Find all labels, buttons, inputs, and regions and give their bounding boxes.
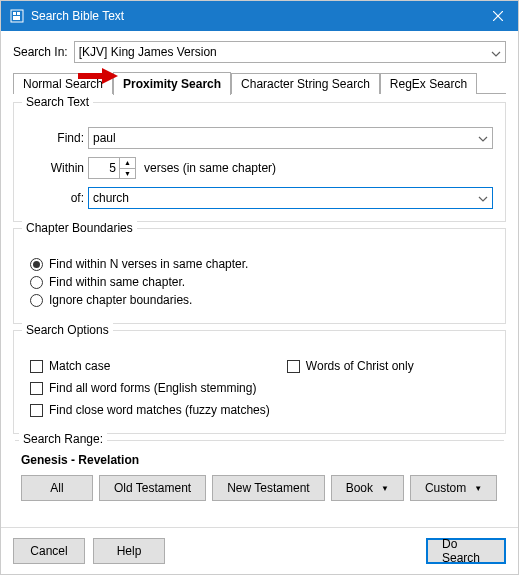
within-label: Within xyxy=(38,161,84,175)
of-value: church xyxy=(93,191,129,205)
radio-ignore-boundaries[interactable]: Ignore chapter boundaries. xyxy=(26,293,493,307)
find-value: paul xyxy=(93,131,116,145)
tabs: Normal Search Proximity Search Character… xyxy=(13,71,506,94)
help-button[interactable]: Help xyxy=(93,538,165,564)
search-text-legend: Search Text xyxy=(22,95,93,109)
boundaries-legend: Chapter Boundaries xyxy=(22,221,137,235)
find-input[interactable]: paul xyxy=(88,127,493,149)
bottom-bar: Cancel Help Do Search xyxy=(1,527,518,574)
radio-icon xyxy=(30,258,43,271)
spinner-buttons[interactable]: ▲▼ xyxy=(119,158,135,178)
search-in-value: [KJV] King James Version xyxy=(79,45,217,59)
radio-label: Find within same chapter. xyxy=(49,275,185,289)
checkbox-icon xyxy=(287,360,300,373)
pointer-arrow-icon xyxy=(78,68,118,87)
check-label: Words of Christ only xyxy=(306,359,414,373)
of-row: of: church xyxy=(26,187,493,209)
dialog-window: Search Bible Text Search In: [KJV] King … xyxy=(0,0,519,575)
range-book-button[interactable]: Book▼ xyxy=(331,475,404,501)
radio-within-n[interactable]: Find within N verses in same chapter. xyxy=(26,257,493,271)
search-in-row: Search In: [KJV] King James Version xyxy=(13,41,506,63)
range-nt-button[interactable]: New Testament xyxy=(212,475,324,501)
check-label: Find all word forms (English stemming) xyxy=(49,381,256,395)
svg-rect-2 xyxy=(17,12,20,15)
checkbox-icon xyxy=(30,382,43,395)
content-area: Search In: [KJV] King James Version Norm… xyxy=(1,31,518,511)
app-icon xyxy=(9,8,25,24)
range-legend: Search Range: xyxy=(19,432,107,446)
title-bar: Search Bible Text xyxy=(1,1,518,31)
options-legend: Search Options xyxy=(22,323,113,337)
checkbox-icon xyxy=(30,360,43,373)
svg-marker-6 xyxy=(78,68,118,84)
caret-down-icon: ▼ xyxy=(474,484,482,493)
within-row: Within 5 ▲▼ verses (in same chapter) xyxy=(26,157,493,179)
within-spinner[interactable]: 5 ▲▼ xyxy=(88,157,136,179)
search-in-select[interactable]: [KJV] King James Version xyxy=(74,41,506,63)
radio-icon xyxy=(30,276,43,289)
do-search-button[interactable]: Do Search xyxy=(426,538,506,564)
within-value: 5 xyxy=(89,161,119,175)
find-label: Find: xyxy=(38,131,84,145)
radio-same-chapter[interactable]: Find within same chapter. xyxy=(26,275,493,289)
chapter-boundaries-group: Chapter Boundaries Find within N verses … xyxy=(13,228,506,324)
range-current: Genesis - Revelation xyxy=(21,453,504,467)
svg-rect-1 xyxy=(13,12,16,15)
chevron-down-icon xyxy=(491,46,501,60)
of-label: of: xyxy=(38,191,84,205)
search-options-group: Search Options Match case Words of Chris… xyxy=(13,330,506,434)
chevron-down-icon xyxy=(478,191,488,205)
of-input[interactable]: church xyxy=(88,187,493,209)
cancel-button[interactable]: Cancel xyxy=(13,538,85,564)
chevron-down-icon xyxy=(478,131,488,145)
range-buttons: All Old Testament New Testament Book▼ Cu… xyxy=(21,475,504,501)
tab-proximity-search[interactable]: Proximity Search xyxy=(113,72,231,95)
check-label: Match case xyxy=(49,359,110,373)
search-range-group: Search Range: Genesis - Revelation All O… xyxy=(15,440,504,501)
range-custom-button[interactable]: Custom▼ xyxy=(410,475,497,501)
window-title: Search Bible Text xyxy=(31,9,478,23)
check-words-of-christ[interactable]: Words of Christ only xyxy=(283,359,493,373)
search-text-group: Search Text Find: paul Within 5 ▲▼ verse… xyxy=(13,102,506,222)
tab-char-string-search[interactable]: Character String Search xyxy=(231,73,380,94)
check-label: Find close word matches (fuzzy matches) xyxy=(49,403,270,417)
tab-regex-search[interactable]: RegEx Search xyxy=(380,73,477,94)
search-in-label: Search In: xyxy=(13,45,68,59)
range-all-button[interactable]: All xyxy=(21,475,93,501)
find-row: Find: paul xyxy=(26,127,493,149)
svg-rect-3 xyxy=(13,16,20,20)
radio-label: Find within N verses in same chapter. xyxy=(49,257,248,271)
within-suffix: verses (in same chapter) xyxy=(144,161,276,175)
close-button[interactable] xyxy=(478,1,518,31)
check-fuzzy[interactable]: Find close word matches (fuzzy matches) xyxy=(26,403,493,417)
radio-icon xyxy=(30,294,43,307)
radio-label: Ignore chapter boundaries. xyxy=(49,293,192,307)
check-word-forms[interactable]: Find all word forms (English stemming) xyxy=(26,381,493,395)
checkbox-icon xyxy=(30,404,43,417)
check-match-case[interactable]: Match case xyxy=(26,359,283,373)
caret-down-icon: ▼ xyxy=(381,484,389,493)
range-ot-button[interactable]: Old Testament xyxy=(99,475,206,501)
